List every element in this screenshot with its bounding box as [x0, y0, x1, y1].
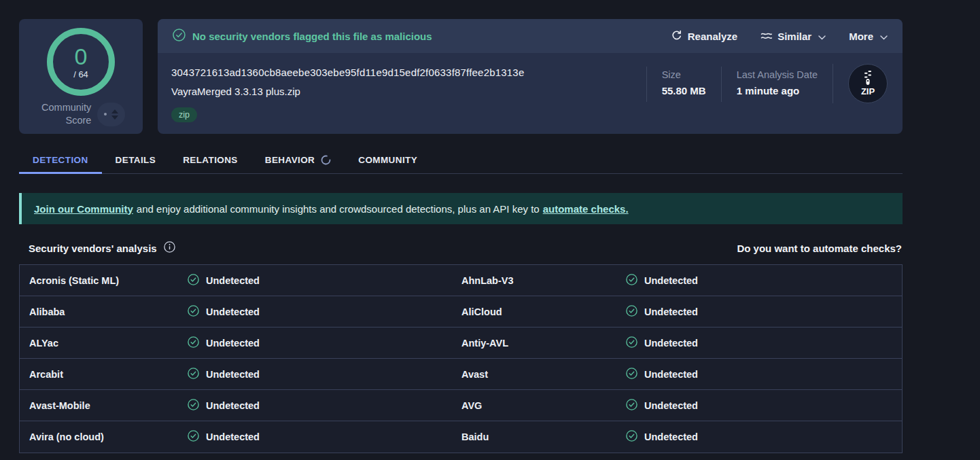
table-row: Avast-Mobile Undetected AVG Undetected — [20, 390, 902, 421]
vendor-name: Antiy-AVL — [461, 338, 626, 349]
vendor-name: Acronis (Static ML) — [29, 275, 188, 286]
automate-checks-link[interactable]: automate checks. — [543, 203, 629, 215]
vendor-status: Undetected — [626, 305, 902, 319]
check-circle-icon — [626, 336, 637, 350]
file-summary-section: 0 / 64 Community Score — [19, 19, 903, 134]
vote-dot-icon — [104, 113, 107, 116]
vendor-name: ALYac — [29, 338, 188, 349]
check-circle-icon — [188, 336, 199, 350]
tab-relations[interactable]: RELATIONS — [169, 155, 251, 173]
check-circle-icon — [173, 29, 186, 44]
vendor-status: Undetected — [626, 430, 902, 444]
vendor-name: AliCloud — [461, 306, 626, 317]
vendor-status: Undetected — [188, 274, 461, 287]
vendor-name: AhnLab-V3 — [461, 275, 626, 286]
size-value: 55.80 MB — [662, 85, 706, 96]
vendor-status: Undetected — [188, 305, 461, 319]
vendor-name: Avast-Mobile — [29, 400, 188, 411]
check-circle-icon — [626, 399, 637, 412]
automate-checks-prompt[interactable]: Do you want to automate checks? — [737, 243, 902, 254]
join-community-link[interactable]: Join our Community — [34, 203, 133, 215]
detection-score-value: 0 — [75, 45, 88, 68]
vote-down-icon[interactable] — [111, 116, 118, 120]
banner-text: and enjoy additional community insights … — [137, 203, 540, 215]
analysis-title: Security vendors' analysis — [29, 243, 157, 254]
reanalyze-button[interactable]: Reanalyze — [671, 30, 737, 43]
last-analysis-label: Last Analysis Date — [737, 69, 818, 80]
loading-spinner-icon — [321, 155, 331, 165]
vendor-name: Baidu — [461, 431, 626, 442]
chevron-down-icon — [818, 31, 826, 42]
info-icon[interactable] — [164, 241, 175, 255]
vendor-name: Arcabit — [29, 369, 188, 380]
verdict-message: No security vendors flagged this file as… — [192, 31, 432, 42]
tab-community[interactable]: COMMUNITY — [345, 155, 431, 173]
tab-detection[interactable]: DETECTION — [19, 155, 102, 173]
vendor-name: Avira (no cloud) — [29, 431, 188, 442]
detection-score-total: / 64 — [73, 69, 88, 79]
similar-icon — [760, 31, 772, 42]
table-row: ALYac Undetected Antiy-AVL Undetected — [20, 328, 902, 359]
check-circle-icon — [626, 430, 637, 444]
vote-up-icon[interactable] — [111, 109, 118, 113]
file-size-cell: Size 55.80 MB — [646, 67, 721, 102]
check-circle-icon — [188, 305, 199, 319]
community-vote-widget[interactable] — [97, 103, 125, 126]
last-analysis-cell: Last Analysis Date 1 minute ago — [721, 67, 833, 102]
analysis-header: Security vendors' analysis Do you want t… — [19, 241, 903, 264]
size-label: Size — [662, 69, 706, 80]
file-name[interactable]: VayraMerged 3.3.13 plus.zip — [171, 86, 646, 97]
vendor-name: AVG — [461, 400, 626, 411]
vendor-analysis-table: Acronis (Static ML) Undetected AhnLab-V3… — [19, 264, 903, 453]
vendor-status: Undetected — [626, 368, 902, 381]
detection-score-ring: 0 / 64 — [47, 28, 115, 96]
file-card: No security vendors flagged this file as… — [158, 19, 903, 134]
file-type-zip-icon: ZIP — [848, 64, 888, 103]
check-circle-icon — [626, 368, 637, 381]
zipper-icon — [863, 71, 873, 86]
tab-details[interactable]: DETAILS — [102, 155, 170, 173]
file-type-badge: ZIP — [861, 86, 875, 96]
chevron-down-icon — [880, 31, 888, 42]
reanalyze-icon — [671, 30, 682, 43]
check-circle-icon — [626, 305, 637, 319]
table-row: Acronis (Static ML) Undetected AhnLab-V3… — [20, 265, 902, 296]
check-circle-icon — [626, 274, 637, 287]
last-analysis-value: 1 minute ago — [737, 85, 818, 96]
report-tabs: DETECTION DETAILS RELATIONS BEHAVIOR COM… — [19, 155, 903, 174]
vendor-status: Undetected — [188, 399, 461, 412]
community-score-card: 0 / 64 Community Score — [19, 19, 143, 134]
community-score-label: Community Score — [19, 101, 91, 127]
file-hash[interactable]: 3043721613ad1360cb8aeebe303ebe95fd11e9d1… — [171, 67, 646, 78]
table-row: Arcabit Undetected Avast Undetected — [20, 359, 902, 390]
vendor-name: Avast — [461, 369, 626, 380]
similar-button[interactable]: Similar — [760, 31, 826, 42]
tab-behavior[interactable]: BEHAVIOR — [251, 155, 345, 173]
join-community-banner: Join our Community and enjoy additional … — [19, 193, 903, 224]
check-circle-icon — [188, 399, 199, 412]
check-circle-icon — [188, 430, 199, 444]
more-button[interactable]: More — [849, 31, 888, 42]
vendor-name: Alibaba — [29, 306, 188, 317]
file-tag-zip[interactable]: zip — [171, 107, 197, 122]
vendor-status: Undetected — [188, 430, 461, 444]
vendor-status: Undetected — [626, 399, 902, 412]
check-circle-icon — [188, 368, 199, 381]
verdict-banner: No security vendors flagged this file as… — [158, 19, 903, 53]
main-content: 0 / 64 Community Score — [19, 19, 903, 453]
table-row: Alibaba Undetected AliCloud Undetected — [20, 296, 902, 328]
vendor-status: Undetected — [626, 274, 902, 287]
vendor-status: Undetected — [188, 368, 461, 381]
check-circle-icon — [188, 274, 199, 287]
vendor-status: Undetected — [188, 336, 461, 350]
table-row: Avira (no cloud) Undetected Baidu Undete… — [20, 421, 902, 453]
vendor-status: Undetected — [626, 336, 902, 350]
